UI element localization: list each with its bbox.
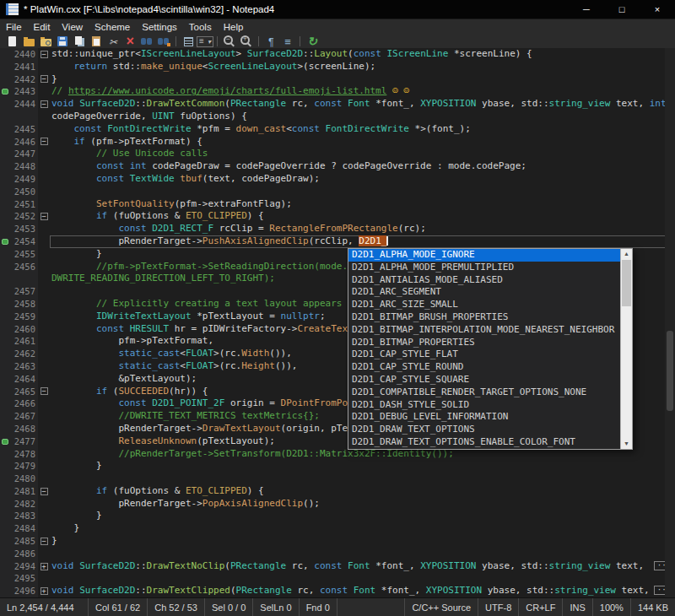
bookmark-margin[interactable] <box>0 123 10 136</box>
code-line[interactable]: 2495 <box>0 572 675 585</box>
line-number[interactable]: 2453 <box>10 223 38 235</box>
autocomplete-item[interactable]: D2D1_DRAW_TEXT_OPTIONS <box>348 424 620 436</box>
code-line[interactable]: 2444−void SurfaceD2D::DrawTextCommon(PRe… <box>0 98 675 111</box>
line-number[interactable]: 2464 <box>10 373 38 386</box>
copy-button[interactable] <box>71 35 88 48</box>
code-line[interactable]: 2450 <box>0 186 675 198</box>
code-line[interactable]: 2441 return std::make_unique<ScreenLineL… <box>0 61 675 73</box>
fold-margin[interactable]: − <box>38 535 50 548</box>
autocomplete-item[interactable]: D2D1_ARC_SIZE_SMALL <box>348 299 620 311</box>
save-button[interactable] <box>54 35 71 48</box>
outline-button[interactable] <box>279 35 296 48</box>
close-button[interactable]: × <box>640 0 675 19</box>
line-number[interactable]: 2443 <box>10 85 38 98</box>
autocomplete-scrollbar[interactable]: ▲ ▼ <box>620 249 632 449</box>
code-line[interactable]: 2442−} <box>0 73 675 86</box>
autocomplete-item[interactable]: D2D1_DEBUG_LEVEL_INFORMATION <box>348 411 620 424</box>
menu-help[interactable]: Help <box>218 19 250 34</box>
line-number[interactable] <box>10 111 38 123</box>
line-number[interactable]: 2480 <box>10 473 38 485</box>
fold-margin[interactable] <box>38 335 50 348</box>
delete-button[interactable] <box>122 35 138 48</box>
fold-toggle-icon[interactable]: − <box>40 138 48 145</box>
line-number[interactable]: 2460 <box>10 323 38 336</box>
bookmark-margin[interactable] <box>0 498 10 511</box>
code-line[interactable]: 2440−std::unique_ptr<IScreenLineLayout> … <box>0 48 675 61</box>
bookmark-margin[interactable] <box>0 210 10 223</box>
fold-margin[interactable] <box>38 410 50 423</box>
bookmark-margin[interactable] <box>0 248 10 261</box>
line-number[interactable]: 2456 <box>10 261 38 273</box>
bookmark-margin[interactable] <box>0 522 10 535</box>
line-number[interactable]: 2459 <box>10 311 38 323</box>
line-number[interactable]: 2481 <box>10 485 38 498</box>
status-segment[interactable]: UTF-8 <box>478 598 518 616</box>
autocomplete-item[interactable]: D2D1_BITMAP_PROPERTIES <box>348 337 620 349</box>
line-number[interactable]: 2455 <box>10 248 38 261</box>
line-number[interactable]: 2442 <box>10 73 38 86</box>
line-number[interactable]: 2441 <box>10 61 38 73</box>
open-folder-button[interactable] <box>20 35 37 48</box>
encoding-button[interactable] <box>180 35 197 48</box>
maximize-button[interactable]: □ <box>604 0 640 19</box>
line-number[interactable]: 2485 <box>10 535 38 548</box>
autocomplete-item[interactable]: D2D1_CAP_STYLE_ROUND <box>348 361 620 374</box>
code-line[interactable]: 2482 pRenderTarget->PopAxisAlignedClip()… <box>0 498 675 511</box>
line-number[interactable]: 2466 <box>10 397 38 410</box>
bookmark-margin[interactable] <box>0 460 10 473</box>
fold-toggle-icon[interactable]: − <box>40 387 48 395</box>
line-number[interactable]: 2461 <box>10 335 38 348</box>
code-line[interactable]: 2496+void SurfaceD2D::DrawTextClipped(PR… <box>0 585 675 597</box>
menu-edit[interactable]: Edit <box>28 19 57 34</box>
bookmark-margin[interactable] <box>0 335 10 348</box>
bookmark-margin[interactable] <box>0 136 10 149</box>
bookmark-margin[interactable] <box>0 386 10 398</box>
line-number[interactable]: 2440 <box>10 48 38 61</box>
menu-view[interactable]: View <box>56 19 89 34</box>
line-number[interactable]: 2483 <box>10 510 38 522</box>
bookmark-margin[interactable] <box>0 298 10 311</box>
bookmark-margin[interactable] <box>0 560 10 573</box>
fold-margin[interactable] <box>38 160 50 173</box>
code-line[interactable]: 2481− if (fuOptions & ETO_CLIPPED) { <box>0 485 675 498</box>
autocomplete-item[interactable]: D2D1_DRAW_TEXT_OPTIONS_ENABLE_COLOR_FONT <box>348 436 620 449</box>
scroll-down-icon[interactable]: ▼ <box>621 439 632 449</box>
line-number[interactable]: 2478 <box>10 448 38 461</box>
replace-button[interactable] <box>155 35 172 48</box>
line-number[interactable]: 2450 <box>10 186 38 198</box>
code-line[interactable]: 2485−} <box>0 535 675 548</box>
bookmark-margin[interactable] <box>0 273 10 285</box>
cut-button[interactable] <box>105 35 122 48</box>
fold-margin[interactable] <box>38 311 50 323</box>
fold-margin[interactable]: − <box>38 386 50 398</box>
status-segment[interactable]: INS <box>562 598 591 616</box>
fold-margin[interactable] <box>38 522 50 535</box>
fold-margin[interactable] <box>38 460 50 473</box>
fold-margin[interactable] <box>38 123 50 136</box>
fold-margin[interactable] <box>38 360 50 373</box>
line-number[interactable]: 2452 <box>10 210 38 223</box>
bookmark-margin[interactable] <box>0 423 10 435</box>
scroll-up-icon[interactable]: ▲ <box>621 249 632 259</box>
fold-margin[interactable] <box>38 261 50 273</box>
line-number[interactable]: 2477 <box>10 435 38 448</box>
code-line[interactable]: 2480 <box>0 473 675 485</box>
fold-margin[interactable] <box>38 298 50 311</box>
editor-vscrollbar[interactable] <box>665 48 675 598</box>
zoom-out-button[interactable] <box>221 35 238 48</box>
fold-margin[interactable]: − <box>38 48 50 61</box>
status-segment[interactable]: CR+LF <box>518 598 562 616</box>
bookmark-margin[interactable] <box>0 285 10 298</box>
line-number[interactable]: 2451 <box>10 198 38 211</box>
autocomplete-item[interactable]: D2D1_ALPHA_MODE_PREMULTIPLIED <box>348 262 620 274</box>
wrap-button[interactable] <box>262 35 279 48</box>
status-segment[interactable]: Fnd 0 <box>300 598 338 616</box>
line-number[interactable]: 2467 <box>10 410 38 423</box>
new-file-button[interactable] <box>3 35 20 48</box>
code-line[interactable]: 2446− if (pfm->pTextFormat) { <box>0 136 675 149</box>
bookmark-margin[interactable] <box>0 111 10 123</box>
status-segment[interactable]: 100% <box>592 598 630 616</box>
bookmark-margin[interactable] <box>0 348 10 360</box>
bookmark-margin[interactable] <box>0 223 10 235</box>
fold-toggle-icon[interactable]: − <box>40 75 48 83</box>
